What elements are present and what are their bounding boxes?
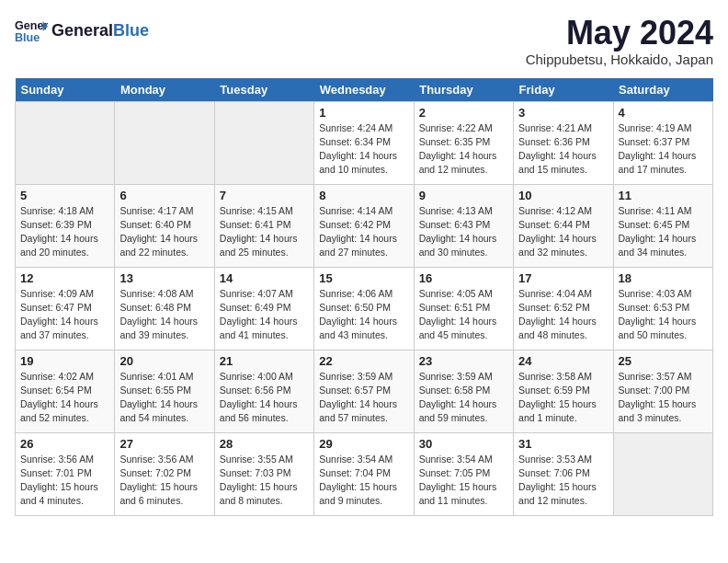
day-number: 12 (20, 271, 109, 285)
calendar-cell (115, 101, 214, 184)
calendar-cell: 9Sunrise: 4:13 AM Sunset: 6:43 PM Daylig… (414, 184, 513, 267)
calendar-cell: 24Sunrise: 3:58 AM Sunset: 6:59 PM Dayli… (514, 350, 613, 432)
day-number: 23 (419, 354, 508, 368)
calendar-week-row: 1Sunrise: 4:24 AM Sunset: 6:34 PM Daylig… (16, 101, 713, 184)
calendar-cell: 3Sunrise: 4:21 AM Sunset: 6:36 PM Daylig… (514, 101, 613, 184)
calendar-cell: 12Sunrise: 4:09 AM Sunset: 6:47 PM Dayli… (16, 267, 115, 350)
day-number: 16 (419, 271, 508, 285)
calendar-cell: 5Sunrise: 4:18 AM Sunset: 6:39 PM Daylig… (16, 184, 115, 267)
weekday-header: Tuesday (214, 78, 313, 102)
weekday-header: Wednesday (314, 78, 414, 102)
logo-icon: General Blue (15, 15, 48, 48)
day-number: 22 (319, 354, 408, 368)
day-number: 17 (518, 271, 608, 285)
month-title: May 2024 (526, 15, 713, 52)
calendar-cell: 17Sunrise: 4:04 AM Sunset: 6:52 PM Dayli… (514, 267, 613, 350)
calendar-table: SundayMondayTuesdayWednesdayThursdayFrid… (15, 78, 713, 516)
day-number: 20 (119, 354, 209, 368)
calendar-cell: 14Sunrise: 4:07 AM Sunset: 6:49 PM Dayli… (214, 267, 313, 350)
day-number: 30 (419, 437, 508, 451)
svg-text:Blue: Blue (15, 31, 40, 44)
day-info: Sunrise: 4:13 AM Sunset: 6:43 PM Dayligh… (419, 204, 508, 260)
calendar-cell: 1Sunrise: 4:24 AM Sunset: 6:34 PM Daylig… (314, 101, 414, 184)
calendar-header-row: SundayMondayTuesdayWednesdayThursdayFrid… (16, 78, 713, 102)
day-number: 2 (419, 106, 508, 120)
day-number: 4 (619, 106, 708, 120)
day-info: Sunrise: 4:14 AM Sunset: 6:42 PM Dayligh… (319, 204, 408, 260)
day-info: Sunrise: 3:55 AM Sunset: 7:03 PM Dayligh… (220, 453, 309, 509)
logo: General Blue GeneralBlue (15, 15, 149, 48)
day-number: 28 (220, 437, 309, 451)
weekday-header: Saturday (613, 78, 712, 102)
day-info: Sunrise: 3:56 AM Sunset: 7:01 PM Dayligh… (20, 453, 109, 509)
day-number: 6 (119, 189, 209, 202)
calendar-week-row: 19Sunrise: 4:02 AM Sunset: 6:54 PM Dayli… (16, 350, 713, 432)
weekday-header: Sunday (16, 78, 115, 102)
day-number: 8 (319, 189, 408, 202)
day-number: 26 (20, 437, 109, 451)
day-info: Sunrise: 3:58 AM Sunset: 6:59 PM Dayligh… (518, 370, 608, 426)
calendar-week-row: 5Sunrise: 4:18 AM Sunset: 6:39 PM Daylig… (16, 184, 713, 267)
day-info: Sunrise: 4:21 AM Sunset: 6:36 PM Dayligh… (518, 121, 608, 178)
calendar-cell: 28Sunrise: 3:55 AM Sunset: 7:03 PM Dayli… (214, 432, 313, 515)
day-number: 11 (619, 189, 708, 202)
day-number: 25 (619, 354, 708, 368)
day-info: Sunrise: 3:56 AM Sunset: 7:02 PM Dayligh… (119, 453, 209, 509)
calendar-cell: 29Sunrise: 3:54 AM Sunset: 7:04 PM Dayli… (314, 432, 414, 515)
day-info: Sunrise: 3:57 AM Sunset: 7:00 PM Dayligh… (619, 370, 708, 426)
day-info: Sunrise: 4:02 AM Sunset: 6:54 PM Dayligh… (20, 370, 109, 426)
calendar-cell: 26Sunrise: 3:56 AM Sunset: 7:01 PM Dayli… (16, 432, 115, 515)
day-info: Sunrise: 4:08 AM Sunset: 6:48 PM Dayligh… (119, 287, 209, 343)
calendar-cell: 23Sunrise: 3:59 AM Sunset: 6:58 PM Dayli… (414, 350, 513, 432)
calendar-cell: 7Sunrise: 4:15 AM Sunset: 6:41 PM Daylig… (214, 184, 313, 267)
calendar-cell: 30Sunrise: 3:54 AM Sunset: 7:05 PM Dayli… (414, 432, 513, 515)
day-number: 19 (20, 354, 109, 368)
day-number: 5 (20, 189, 109, 202)
calendar-cell: 20Sunrise: 4:01 AM Sunset: 6:55 PM Dayli… (115, 350, 214, 432)
day-number: 27 (119, 437, 209, 451)
day-number: 21 (220, 354, 309, 368)
title-block: May 2024 Chippubetsu, Hokkaido, Japan (526, 15, 713, 67)
weekday-header: Friday (514, 78, 613, 102)
calendar-cell: 13Sunrise: 4:08 AM Sunset: 6:48 PM Dayli… (115, 267, 214, 350)
calendar-cell (214, 101, 313, 184)
day-info: Sunrise: 4:09 AM Sunset: 6:47 PM Dayligh… (20, 287, 109, 343)
calendar-cell: 8Sunrise: 4:14 AM Sunset: 6:42 PM Daylig… (314, 184, 414, 267)
day-info: Sunrise: 3:59 AM Sunset: 6:57 PM Dayligh… (319, 370, 408, 426)
logo-text: GeneralBlue (51, 21, 149, 41)
day-info: Sunrise: 4:11 AM Sunset: 6:45 PM Dayligh… (619, 204, 708, 260)
day-info: Sunrise: 3:59 AM Sunset: 6:58 PM Dayligh… (419, 370, 508, 426)
day-info: Sunrise: 4:19 AM Sunset: 6:37 PM Dayligh… (619, 121, 708, 178)
calendar-cell: 22Sunrise: 3:59 AM Sunset: 6:57 PM Dayli… (314, 350, 414, 432)
location: Chippubetsu, Hokkaido, Japan (526, 52, 713, 67)
calendar-body: 1Sunrise: 4:24 AM Sunset: 6:34 PM Daylig… (16, 101, 713, 515)
day-number: 31 (518, 437, 608, 451)
calendar-cell: 27Sunrise: 3:56 AM Sunset: 7:02 PM Dayli… (115, 432, 214, 515)
day-info: Sunrise: 4:03 AM Sunset: 6:53 PM Dayligh… (619, 287, 708, 343)
day-number: 18 (619, 271, 708, 285)
calendar-cell: 31Sunrise: 3:53 AM Sunset: 7:06 PM Dayli… (514, 432, 613, 515)
calendar-cell (613, 432, 712, 515)
day-info: Sunrise: 4:06 AM Sunset: 6:50 PM Dayligh… (319, 287, 408, 343)
calendar-week-row: 12Sunrise: 4:09 AM Sunset: 6:47 PM Dayli… (16, 267, 713, 350)
day-info: Sunrise: 4:00 AM Sunset: 6:56 PM Dayligh… (220, 370, 309, 426)
day-info: Sunrise: 4:18 AM Sunset: 6:39 PM Dayligh… (20, 204, 109, 260)
calendar-cell: 10Sunrise: 4:12 AM Sunset: 6:44 PM Dayli… (514, 184, 613, 267)
day-number: 29 (319, 437, 408, 451)
calendar-cell: 15Sunrise: 4:06 AM Sunset: 6:50 PM Dayli… (314, 267, 414, 350)
weekday-header: Monday (115, 78, 214, 102)
day-info: Sunrise: 4:04 AM Sunset: 6:52 PM Dayligh… (518, 287, 608, 343)
day-info: Sunrise: 4:07 AM Sunset: 6:49 PM Dayligh… (220, 287, 309, 343)
day-number: 15 (319, 271, 408, 285)
day-number: 10 (518, 189, 608, 202)
day-info: Sunrise: 4:17 AM Sunset: 6:40 PM Dayligh… (119, 204, 209, 260)
day-number: 9 (419, 189, 508, 202)
day-info: Sunrise: 4:15 AM Sunset: 6:41 PM Dayligh… (220, 204, 309, 260)
calendar-cell: 6Sunrise: 4:17 AM Sunset: 6:40 PM Daylig… (115, 184, 214, 267)
calendar-cell: 21Sunrise: 4:00 AM Sunset: 6:56 PM Dayli… (214, 350, 313, 432)
day-info: Sunrise: 3:54 AM Sunset: 7:04 PM Dayligh… (319, 453, 408, 509)
calendar-cell (16, 101, 115, 184)
day-info: Sunrise: 3:54 AM Sunset: 7:05 PM Dayligh… (419, 453, 508, 509)
day-number: 1 (319, 106, 408, 120)
day-info: Sunrise: 4:01 AM Sunset: 6:55 PM Dayligh… (119, 370, 209, 426)
